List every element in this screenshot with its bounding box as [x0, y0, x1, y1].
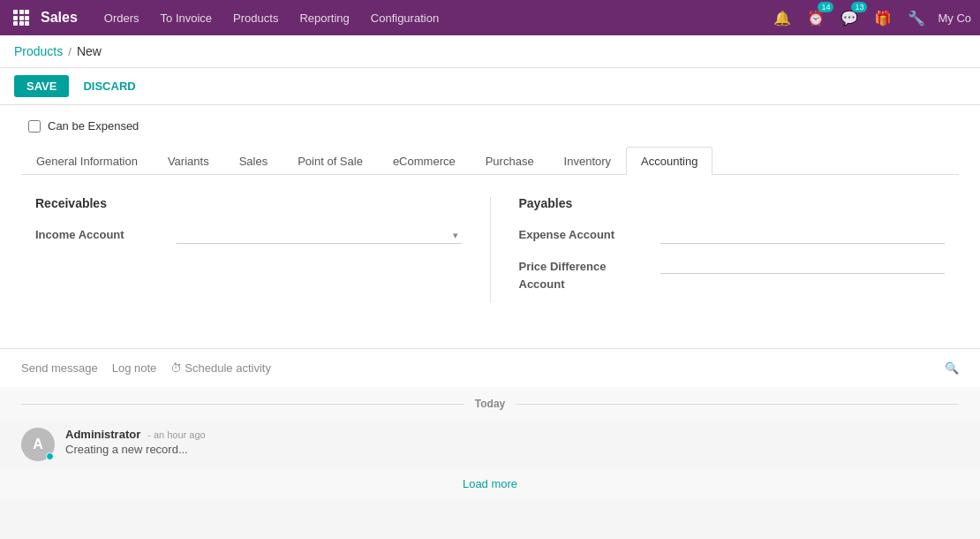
- log-note-button[interactable]: Log note: [112, 358, 157, 378]
- nav-to-invoice[interactable]: To Invoice: [152, 8, 222, 28]
- price-difference-row: Price DifferenceAccount: [519, 254, 946, 292]
- send-message-button[interactable]: Send message: [21, 358, 98, 378]
- svg-rect-2: [25, 10, 29, 14]
- tab-accounting[interactable]: Accounting: [626, 147, 712, 175]
- clock-small-icon: ⏱: [170, 361, 182, 375]
- grid-icon[interactable]: [9, 5, 34, 30]
- svg-rect-3: [13, 16, 18, 20]
- accounting-tab-content: Receivables Income Account ▾ Payables Ex…: [21, 175, 959, 334]
- chat-icon[interactable]: 💬 13: [837, 5, 862, 30]
- payables-title: Payables: [519, 196, 946, 210]
- nav-right-icons: 🔔 ⏰ 14 💬 13 🎁 🔧 My Co: [770, 5, 971, 30]
- online-status-icon: [46, 452, 54, 460]
- receivables-section: Receivables Income Account ▾: [35, 196, 462, 303]
- svg-rect-1: [19, 10, 24, 14]
- discard-button[interactable]: DISCARD: [76, 75, 142, 97]
- message-item: A Administrator - an hour ago Creating a…: [0, 421, 980, 468]
- save-button[interactable]: SAVE: [14, 75, 69, 97]
- income-account-input-wrap: ▾: [177, 224, 462, 244]
- load-more-link[interactable]: Load more: [463, 477, 517, 490]
- message-body: Administrator - an hour ago Creating a n…: [65, 428, 959, 461]
- payables-section: Payables Expense Account Price Differenc…: [519, 196, 946, 303]
- nav-configuration[interactable]: Configuration: [362, 8, 448, 28]
- today-divider: Today: [0, 387, 980, 421]
- nav-reporting[interactable]: Reporting: [290, 8, 358, 28]
- today-label: Today: [464, 398, 516, 410]
- svg-rect-5: [25, 16, 29, 20]
- income-account-label: Income Account: [35, 224, 177, 241]
- can-be-expensed-label: Can be Expensed: [48, 119, 139, 133]
- user-menu[interactable]: My Co: [938, 11, 971, 25]
- breadcrumb: Products / New: [0, 35, 980, 68]
- schedule-activity-button[interactable]: ⏱Schedule activity: [170, 358, 271, 378]
- message-author: Administrator: [65, 428, 140, 441]
- can-be-expensed-checkbox[interactable]: [28, 120, 41, 133]
- nav-orders[interactable]: Orders: [95, 8, 148, 28]
- divider-line-right: [516, 404, 959, 405]
- tabs-bar: General Information Variants Sales Point…: [21, 147, 959, 175]
- chatter-search-icon[interactable]: 🔍: [945, 361, 959, 375]
- breadcrumb-separator: /: [68, 45, 72, 58]
- price-difference-input[interactable]: [660, 254, 946, 274]
- col-divider: [490, 196, 491, 303]
- load-more-bar: Load more: [0, 468, 980, 499]
- can-be-expensed-row: Can be Expensed: [21, 119, 959, 133]
- gift-icon[interactable]: 🎁: [871, 5, 895, 30]
- tab-general-information[interactable]: General Information: [21, 147, 153, 175]
- top-navigation: Sales Orders To Invoice Products Reporti…: [0, 0, 980, 35]
- bell-icon[interactable]: 🔔: [770, 5, 795, 30]
- wrench-icon[interactable]: 🔧: [904, 5, 929, 30]
- expense-account-label: Expense Account: [519, 224, 660, 241]
- chat-badge: 13: [851, 2, 867, 12]
- nav-products[interactable]: Products: [224, 8, 287, 28]
- page-bottom: Send message Log note ⏱Schedule activity…: [0, 348, 980, 499]
- message-time: - an hour ago: [147, 429, 205, 440]
- action-bar: SAVE DISCARD: [0, 68, 980, 105]
- income-account-input[interactable]: [177, 224, 462, 244]
- tab-inventory[interactable]: Inventory: [549, 147, 626, 175]
- receivables-title: Receivables: [35, 196, 462, 210]
- price-difference-input-wrap: [660, 254, 946, 274]
- chatter-bar: Send message Log note ⏱Schedule activity…: [0, 348, 980, 387]
- form-container: Can be Expensed General Information Vari…: [0, 105, 980, 348]
- income-account-row: Income Account ▾: [35, 224, 462, 244]
- expense-account-row: Expense Account: [519, 224, 946, 244]
- svg-rect-0: [13, 10, 18, 14]
- accounting-layout: Receivables Income Account ▾ Payables Ex…: [35, 196, 945, 303]
- clock-icon[interactable]: ⏰ 14: [803, 5, 828, 30]
- svg-rect-4: [19, 16, 24, 20]
- divider-line-left: [21, 404, 464, 405]
- svg-rect-6: [13, 21, 18, 26]
- expense-account-input[interactable]: [660, 224, 946, 244]
- breadcrumb-parent[interactable]: Products: [14, 44, 63, 58]
- breadcrumb-current: New: [77, 44, 102, 58]
- svg-rect-8: [25, 21, 29, 26]
- clock-badge: 14: [818, 2, 833, 12]
- price-difference-label: Price DifferenceAccount: [519, 254, 660, 292]
- tab-sales[interactable]: Sales: [224, 147, 283, 175]
- app-name: Sales: [41, 10, 78, 26]
- message-text: Creating a new record...: [65, 443, 959, 456]
- tab-point-of-sale[interactable]: Point of Sale: [283, 147, 378, 175]
- avatar: A: [21, 428, 55, 461]
- nav-menu: Orders To Invoice Products Reporting Con…: [95, 8, 767, 28]
- tab-purchase[interactable]: Purchase: [471, 147, 549, 175]
- tab-variants[interactable]: Variants: [153, 147, 224, 175]
- message-header: Administrator - an hour ago: [65, 428, 959, 441]
- svg-rect-7: [19, 21, 24, 26]
- tab-ecommerce[interactable]: eCommerce: [378, 147, 471, 175]
- expense-account-input-wrap: [660, 224, 946, 244]
